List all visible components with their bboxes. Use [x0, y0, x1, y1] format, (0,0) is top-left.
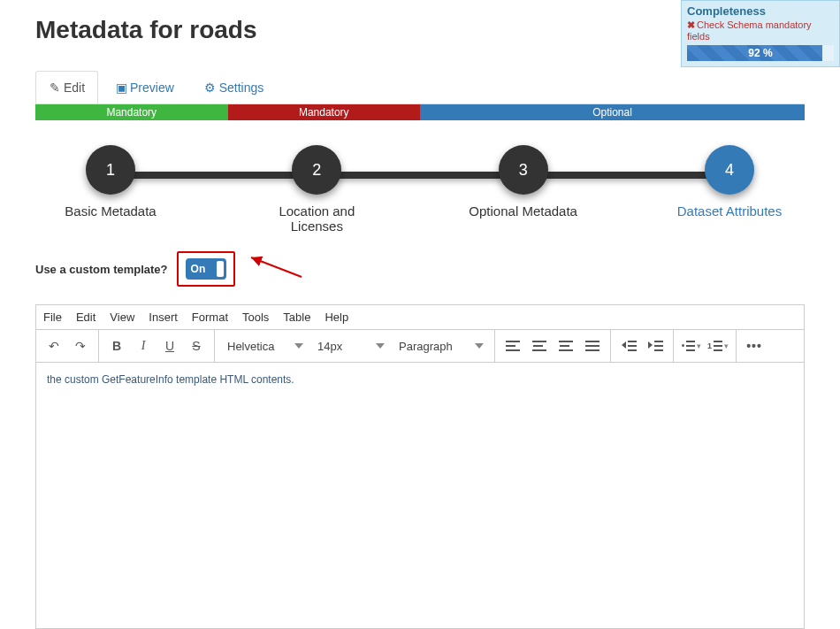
bold-button[interactable]: B [104, 334, 129, 358]
bullet-list-button[interactable]: ▾ [679, 334, 704, 358]
menu-format[interactable]: Format [192, 311, 228, 324]
block-format-select[interactable]: Paragraph [392, 334, 489, 358]
view-tabs: ✎Edit ▣Preview ⚙Settings [35, 71, 805, 104]
wizard-step-4[interactable]: 4 Dataset Attributes [672, 145, 787, 234]
strip-mandatory-2: Mandatory [228, 104, 421, 120]
toggle-highlight: On [177, 251, 235, 287]
custom-template-question: Use a custom template? [35, 263, 168, 276]
menu-tools[interactable]: Tools [242, 311, 269, 324]
chevron-down-icon: ▾ [697, 341, 701, 350]
camera-icon: ▣ [115, 81, 127, 95]
undo-button[interactable]: ↶ [42, 334, 66, 358]
custom-template-toggle-label: On [191, 263, 206, 275]
wizard-step-1-label: Basic Metadata [53, 203, 168, 219]
rich-text-editor: File Edit View Insert Format Tools Table… [35, 304, 805, 629]
annotation-arrow [244, 256, 306, 282]
completeness-progress: 92 % [687, 45, 834, 61]
outdent-button[interactable] [616, 334, 641, 358]
align-center-button[interactable] [527, 334, 552, 358]
wizard-step-4-label: Dataset Attributes [672, 203, 787, 219]
wizard-step-1-circle: 1 [86, 145, 135, 195]
completeness-panel: Completeness ✖Check Schema mandatory fie… [681, 0, 840, 67]
close-x-icon: ✖ [687, 19, 695, 30]
redo-button[interactable]: ↷ [68, 334, 93, 358]
menu-edit[interactable]: Edit [76, 311, 95, 324]
chevron-down-icon: ▾ [724, 341, 729, 350]
menu-file[interactable]: File [43, 311, 62, 324]
menu-help[interactable]: Help [325, 311, 348, 324]
align-left-button[interactable] [500, 334, 525, 358]
strikethrough-button[interactable]: S [184, 334, 209, 358]
tab-preview[interactable]: ▣Preview [102, 71, 187, 104]
italic-button[interactable]: I [131, 334, 156, 358]
wizard-step-3-circle: 3 [499, 145, 548, 195]
more-tools-button[interactable]: ••• [742, 334, 767, 358]
section-strip: Mandatory Mandatory Optional [35, 104, 805, 120]
menu-table[interactable]: Table [283, 311, 310, 324]
wizard-step-1[interactable]: 1 Basic Metadata [53, 145, 168, 234]
wizard-step-2[interactable]: 2 Location and Licenses [259, 145, 374, 234]
custom-template-row: Use a custom template? On [35, 251, 805, 287]
editor-body[interactable]: the custom GetFeatureInfo template HTML … [36, 363, 804, 628]
tab-settings[interactable]: ⚙Settings [191, 71, 278, 104]
pencil-icon: ✎ [49, 81, 61, 95]
menu-view[interactable]: View [110, 311, 134, 324]
wizard-step-2-circle: 2 [292, 145, 341, 195]
wizard-step-3[interactable]: 3 Optional Metadata [466, 145, 581, 234]
wizard-steps: 1 Basic Metadata 2 Location and Licenses… [53, 145, 787, 225]
editor-toolbar: ↶ ↷ B I U S Helvetica 14px Paragraph [36, 330, 804, 363]
font-size-select[interactable]: 14px [310, 334, 390, 358]
underline-button[interactable]: U [157, 334, 182, 358]
wizard-step-3-label: Optional Metadata [466, 203, 581, 219]
schema-check-link[interactable]: ✖Check Schema mandatory fields [687, 19, 834, 42]
completeness-title: Completeness [687, 4, 834, 18]
gear-icon: ⚙ [204, 81, 217, 95]
completeness-percent: 92 % [687, 45, 834, 61]
toggle-knob [217, 261, 224, 277]
align-justify-button[interactable] [580, 334, 605, 358]
wizard-step-4-circle: 4 [705, 145, 754, 195]
wizard-step-2-label: Location and Licenses [259, 203, 374, 234]
strip-mandatory-1: Mandatory [35, 104, 228, 120]
numbered-list-button[interactable]: ▾ [706, 334, 730, 358]
custom-template-toggle[interactable]: On [186, 258, 226, 280]
indent-button[interactable] [643, 334, 668, 358]
tab-edit[interactable]: ✎Edit [35, 71, 98, 104]
strip-optional: Optional [420, 104, 805, 120]
align-right-button[interactable] [554, 334, 578, 358]
menu-insert[interactable]: Insert [149, 311, 178, 324]
editor-menubar: File Edit View Insert Format Tools Table… [36, 305, 804, 330]
font-family-select[interactable]: Helvetica [220, 334, 309, 358]
